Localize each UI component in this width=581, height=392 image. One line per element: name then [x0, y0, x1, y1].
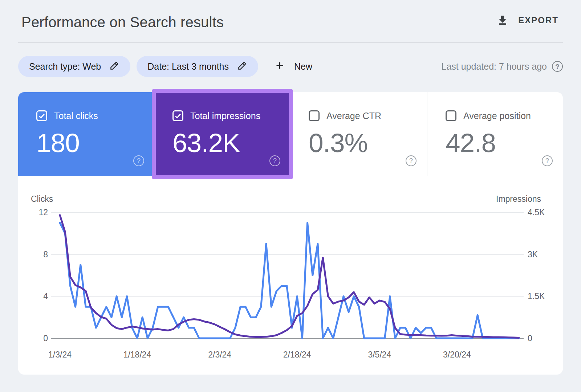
svg-text:Impressions: Impressions [496, 194, 541, 204]
export-label: EXPORT [518, 15, 558, 25]
svg-text:2/18/24: 2/18/24 [283, 350, 311, 359]
export-button[interactable]: EXPORT [496, 14, 558, 26]
checkbox-unchecked-icon[interactable] [446, 110, 456, 121]
performance-chart: 128404.5K3K1.5K0ClicksImpressions1/3/241… [18, 176, 563, 375]
svg-text:4: 4 [43, 291, 48, 301]
last-updated: Last updated: 7 hours ago [441, 61, 563, 72]
edit-pencil-icon[interactable] [110, 61, 119, 73]
metric-card-total-clicks[interactable]: Total clicks 180 [18, 92, 154, 176]
edit-pencil-icon[interactable] [237, 61, 247, 73]
help-icon[interactable] [133, 155, 144, 166]
svg-text:3K: 3K [528, 250, 538, 259]
metric-label: Total impressions [190, 111, 260, 121]
metric-value: 0.3% [309, 128, 427, 158]
download-icon [496, 14, 509, 26]
svg-text:0: 0 [528, 334, 532, 343]
metric-card-average-ctr[interactable]: Average CTR 0.3% [290, 92, 427, 176]
svg-text:2/3/24: 2/3/24 [208, 350, 231, 359]
svg-text:0: 0 [43, 334, 48, 343]
svg-text:3/20/24: 3/20/24 [443, 350, 471, 359]
metric-value: 63.2K [172, 128, 290, 158]
help-icon[interactable] [552, 61, 563, 72]
checkbox-checked-icon[interactable] [172, 110, 183, 121]
new-filter-button[interactable]: New [274, 60, 312, 73]
search-console-performance-page: { "header": { "title": "Performance on S… [0, 0, 581, 392]
metric-value: 180 [36, 128, 154, 158]
date-range-chip-label: Date: Last 3 months [147, 61, 229, 72]
plus-icon [274, 60, 285, 73]
filter-bar: Search type: Web Date: Last 3 months New… [18, 56, 563, 77]
last-updated-text: Last updated: 7 hours ago [441, 61, 547, 72]
checkbox-checked-icon[interactable] [36, 110, 47, 121]
chart-section: 128404.5K3K1.5K0ClicksImpressions1/3/241… [18, 176, 563, 375]
metric-label: Total clicks [54, 111, 98, 121]
help-icon[interactable] [406, 155, 417, 166]
search-type-chip-label: Search type: Web [29, 61, 101, 72]
search-type-chip[interactable]: Search type: Web [18, 56, 130, 77]
date-range-chip[interactable]: Date: Last 3 months [137, 56, 258, 77]
svg-text:Clicks: Clicks [31, 194, 53, 204]
performance-panel: Total clicks 180 Total impressions 63.2K… [18, 92, 563, 375]
svg-text:1/3/24: 1/3/24 [48, 350, 72, 359]
svg-text:3/5/24: 3/5/24 [368, 350, 391, 359]
metric-value: 42.8 [446, 128, 563, 158]
page-title: Performance on Search results [21, 14, 224, 30]
header-divider [18, 42, 563, 43]
new-filter-label: New [294, 61, 312, 72]
svg-text:8: 8 [43, 250, 48, 259]
metric-label: Average CTR [326, 111, 381, 121]
metric-card-average-position[interactable]: Average position 42.8 [427, 92, 563, 176]
help-icon[interactable] [542, 155, 553, 166]
svg-text:4.5K: 4.5K [528, 208, 545, 217]
page-header: Performance on Search results EXPORT [0, 0, 581, 42]
checkbox-unchecked-icon[interactable] [309, 110, 320, 121]
svg-text:1/18/24: 1/18/24 [123, 350, 151, 359]
metric-label: Average position [463, 111, 531, 121]
metric-card-total-impressions[interactable]: Total impressions 63.2K [154, 92, 290, 176]
metrics-row: Total clicks 180 Total impressions 63.2K… [18, 92, 563, 176]
svg-text:12: 12 [38, 208, 48, 217]
help-icon[interactable] [269, 155, 280, 166]
svg-text:1.5K: 1.5K [528, 291, 545, 301]
